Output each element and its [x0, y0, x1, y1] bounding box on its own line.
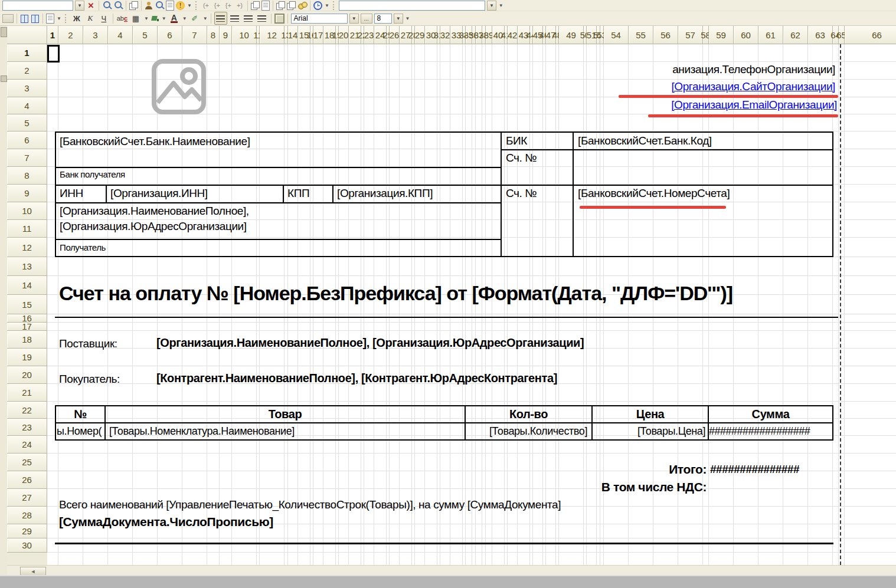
- select-all-corner[interactable]: [7, 26, 47, 44]
- kpp-label-cell[interactable]: КПП: [287, 187, 309, 200]
- highlight-color-icon[interactable]: ✐: [189, 12, 201, 24]
- font-size-dropdown[interactable]: ▼: [394, 14, 403, 24]
- org-phone-cell[interactable]: анизация.ТелефонОрганизации]: [624, 63, 835, 76]
- items-header-sum[interactable]: Сумма: [709, 408, 832, 421]
- row-header-12[interactable]: 12: [7, 238, 47, 257]
- column-header-59[interactable]: 59: [709, 26, 734, 44]
- font-size-combo[interactable]: 8: [374, 14, 392, 24]
- account-label-cell[interactable]: Сч. №: [506, 187, 537, 200]
- kpp-value-cell[interactable]: [Организация.КПП]: [337, 187, 433, 200]
- column-header-55[interactable]: 55: [629, 26, 653, 44]
- column-header-3[interactable]: 3: [83, 26, 108, 44]
- column-header-58[interactable]: 58: [703, 26, 709, 44]
- insert-page-icon[interactable]: [261, 1, 270, 11]
- item-name-cell[interactable]: [Товары.Номенклатура.Наименование]: [109, 425, 295, 438]
- templates-icon[interactable]: [276, 1, 285, 9]
- column-header-17[interactable]: 17: [313, 26, 323, 44]
- document-icon[interactable]: [166, 1, 174, 11]
- underline-button[interactable]: Ч: [98, 12, 110, 24]
- row-header-14[interactable]: 14: [7, 276, 47, 295]
- inn-value-cell[interactable]: [Организация.ИНН]: [110, 187, 208, 200]
- column-header-66[interactable]: 66: [845, 26, 896, 44]
- close-section-icon[interactable]: +): [235, 1, 244, 10]
- column-header-20[interactable]: 20: [339, 26, 349, 44]
- row-height-icon[interactable]: [31, 14, 40, 22]
- column-header-56[interactable]: 56: [653, 26, 678, 44]
- warning-dropdown[interactable]: ▼: [187, 3, 192, 8]
- supplier-value-cell[interactable]: [Организация.НаименованиеПолное], [Орган…: [156, 336, 584, 350]
- spell-check-icon[interactable]: abc: [116, 12, 128, 24]
- clock-icon[interactable]: [313, 1, 322, 10]
- item-qty-cell[interactable]: [Товары.Количество]: [465, 425, 587, 438]
- open-section-icon[interactable]: {+: [212, 1, 222, 10]
- org-email-link[interactable]: [Организация.EmailОрганизации]: [671, 98, 837, 111]
- column-header-63[interactable]: 63: [808, 26, 833, 44]
- column-header-54[interactable]: 54: [604, 26, 629, 44]
- payee-caption-cell[interactable]: Получатель: [60, 242, 106, 252]
- account-value-cell[interactable]: [БанковскийСчет.НомерСчета]: [578, 187, 730, 200]
- items-count-cell[interactable]: Всего наименований [УправлениеПечатью_Ко…: [59, 498, 561, 511]
- column-header-8[interactable]: 8: [207, 26, 220, 44]
- merge-cells-icon[interactable]: [2, 14, 14, 23]
- column-header-23[interactable]: 23: [364, 26, 374, 44]
- column-header-29[interactable]: 29: [415, 26, 425, 44]
- row-header-22[interactable]: 22: [7, 402, 47, 419]
- total-label-cell[interactable]: Итого:: [669, 462, 707, 477]
- item-price-cell[interactable]: [Товары.Цена]: [591, 425, 705, 438]
- align-left-button[interactable]: [214, 12, 227, 25]
- row-header-9[interactable]: 9: [7, 185, 47, 202]
- bik-label-cell[interactable]: БИК: [506, 134, 527, 147]
- items-header-price[interactable]: Цена: [593, 408, 708, 421]
- column-header-7[interactable]: 7: [182, 26, 207, 44]
- column-header-14[interactable]: 14: [288, 26, 298, 44]
- scroll-left-arrow[interactable]: ◄: [20, 567, 46, 576]
- items-header-product[interactable]: Товар: [106, 408, 465, 421]
- row-header-26[interactable]: 26: [7, 471, 47, 489]
- column-header-6[interactable]: 6: [158, 26, 182, 44]
- bank-name-cell[interactable]: [БанковскийСчет.Банк.Наименование]: [60, 135, 250, 148]
- supplier-label-cell[interactable]: Поставщик:: [59, 337, 117, 350]
- warning-icon[interactable]: !: [176, 1, 185, 10]
- row-header-27[interactable]: 27: [7, 489, 47, 507]
- invoice-title-cell[interactable]: Счет на оплату № [Номер.БезПрефикса] от …: [59, 282, 733, 305]
- borders-icon[interactable]: ▦: [130, 12, 142, 24]
- borders-dropdown[interactable]: ▼: [144, 16, 149, 21]
- close-icon[interactable]: ✕: [86, 1, 96, 10]
- row-header-23[interactable]: 23: [7, 419, 47, 436]
- items-header-qty[interactable]: Кол-во: [466, 408, 591, 421]
- font-name-dropdown[interactable]: ▼: [349, 14, 359, 24]
- buyer-label-cell[interactable]: Покупатель:: [59, 373, 120, 386]
- row-header-30[interactable]: 30: [7, 538, 47, 553]
- bik-value-cell[interactable]: [БанковскийСчет.Банк.Код]: [578, 134, 712, 147]
- font-color-icon[interactable]: A: [168, 12, 180, 24]
- zoom-in-icon[interactable]: [102, 1, 112, 10]
- fill-color-dropdown[interactable]: ▼: [162, 16, 166, 21]
- zoom-out-icon[interactable]: [113, 1, 123, 10]
- payee-name-line2-cell[interactable]: [Организация.ЮрАдресОрганизации]: [60, 220, 247, 233]
- copy-icon[interactable]: [251, 1, 260, 9]
- page-setup-icon[interactable]: [46, 14, 54, 24]
- clock-dropdown[interactable]: ▼: [325, 3, 329, 8]
- row-header-5[interactable]: 5: [7, 114, 47, 132]
- row-header-10[interactable]: 10: [7, 202, 47, 220]
- column-header-2[interactable]: 2: [58, 26, 83, 44]
- fill-color-icon[interactable]: [151, 14, 159, 22]
- item-number-cell[interactable]: ы.Номер(: [57, 425, 104, 438]
- row-header-19[interactable]: 19: [7, 349, 47, 366]
- close-group-icon[interactable]: {+: [224, 1, 233, 10]
- splitter-handle[interactable]: [1, 75, 7, 82]
- page-setup-dropdown[interactable]: ▼: [57, 16, 61, 21]
- row-header-6[interactable]: 6: [7, 132, 47, 149]
- buyer-value-cell[interactable]: [Контрагент.НаименованиеПолное], [Контра…: [156, 372, 557, 385]
- column-header-9[interactable]: 9: [220, 26, 232, 44]
- row-header-8[interactable]: 8: [7, 167, 47, 185]
- splitter-handle[interactable]: [1, 27, 7, 37]
- column-header-1[interactable]: 1: [47, 26, 58, 44]
- align-justify-button[interactable]: [256, 12, 268, 24]
- row-header-28[interactable]: 28: [7, 507, 47, 524]
- column-header-4[interactable]: 4: [108, 26, 133, 44]
- row-header-13[interactable]: 13: [7, 257, 47, 276]
- row-header-1[interactable]: 1: [7, 44, 47, 62]
- column-header-42[interactable]: 42: [508, 26, 518, 44]
- row-header-7[interactable]: 7: [7, 149, 47, 167]
